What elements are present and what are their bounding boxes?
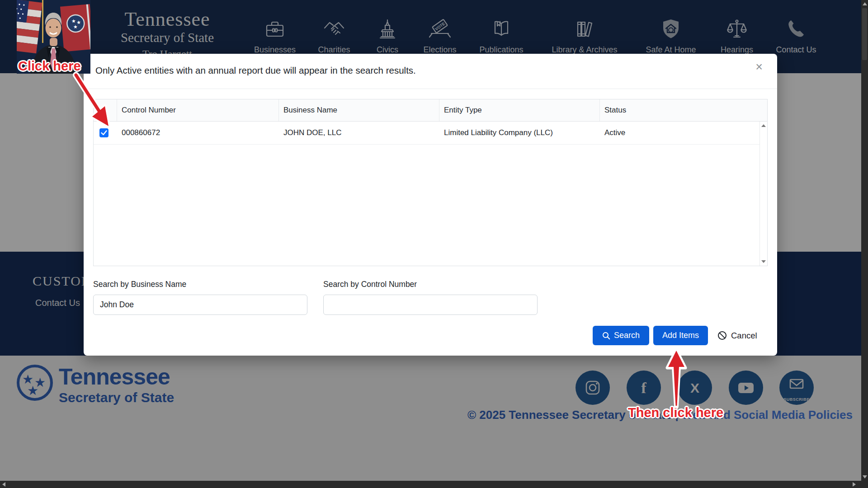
vertical-scrollbar[interactable]	[861, 0, 868, 481]
scroll-right-icon[interactable]	[853, 482, 856, 487]
search-icon	[602, 332, 610, 340]
modal-header-divider	[84, 89, 777, 89]
entity-search-modal: Only Active entities with an annual repo…	[84, 54, 777, 356]
entity-results-table: Control Number Business Name Entity Type…	[93, 99, 768, 266]
scroll-up-icon[interactable]	[863, 2, 867, 5]
table-scroll-down-icon[interactable]	[761, 260, 766, 263]
svg-text:★: ★	[73, 24, 78, 30]
cancel-button[interactable]: Cancel	[715, 326, 764, 345]
cell-entity-type: Limited Liability Company (LLC)	[439, 128, 600, 137]
cell-control-number: 000860672	[117, 128, 279, 137]
modal-title: Only Active entities with an annual repo…	[95, 65, 416, 76]
add-items-button[interactable]: Add Items	[653, 326, 708, 345]
search-button[interactable]: Search	[593, 326, 649, 345]
column-header-control-number: Control Number	[117, 99, 279, 121]
scrollbar-corner	[861, 481, 868, 488]
then-click-here-arrow-icon	[665, 349, 688, 410]
search-control-number-input[interactable]	[323, 295, 538, 315]
cell-business-name: JOHN DOE, LLC	[279, 128, 439, 137]
cell-status: Active	[600, 128, 753, 137]
search-control-number-label: Search by Control Number	[323, 280, 417, 289]
click-here-arrow-icon	[67, 71, 121, 132]
column-header-entity-type: Entity Type	[439, 99, 600, 121]
scroll-down-icon[interactable]	[863, 475, 867, 479]
table-scrollbar[interactable]	[760, 122, 767, 266]
page: Tennessee Secretary of State Tre Hargett…	[0, 0, 868, 488]
cancel-prohibition-icon	[717, 331, 727, 340]
svg-text:★: ★	[71, 18, 76, 24]
search-business-name-input[interactable]	[93, 295, 307, 315]
vertical-scroll-thumb[interactable]	[862, 8, 867, 60]
search-button-label: Search	[614, 331, 640, 340]
column-header-business-name: Business Name	[279, 99, 439, 121]
scroll-left-icon[interactable]	[2, 482, 5, 487]
column-header-status: Status	[600, 99, 753, 121]
horizontal-scrollbar[interactable]	[0, 481, 861, 488]
cancel-button-label: Cancel	[731, 331, 757, 341]
table-header-row: Control Number Business Name Entity Type…	[94, 99, 767, 122]
close-icon[interactable]: ×	[755, 61, 763, 73]
table-scroll-up-icon[interactable]	[761, 124, 766, 127]
add-items-button-label: Add Items	[662, 331, 699, 340]
search-business-name-label: Search by Business Name	[93, 280, 186, 289]
table-row[interactable]: 000860672 JOHN DOE, LLC Limited Liabilit…	[94, 122, 767, 145]
